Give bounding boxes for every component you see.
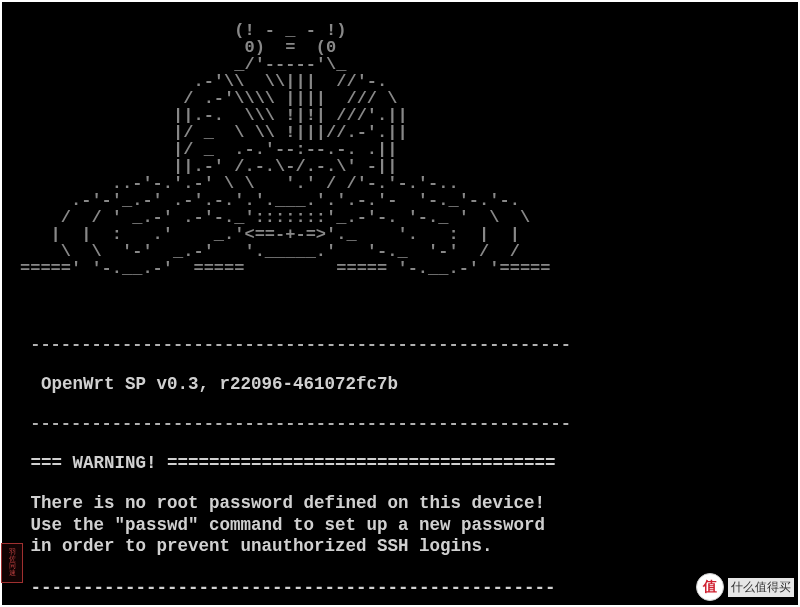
ascii-art-logo: (! - _ - !) 0) = (0 _/'-----'\_ .-'\\ \\…: [20, 22, 780, 277]
watermark-seal-left: 羽佐同速: [1, 543, 23, 583]
terminal-window[interactable]: (! - _ - !) 0) = (0 _/'-----'\_ .-'\\ \\…: [2, 2, 798, 605]
watermark-brand-right: 值 什么值得买: [696, 573, 794, 601]
divider-bottom: ----------------------------------------…: [20, 414, 780, 434]
warning-body: There is no root password defined on thi…: [20, 493, 780, 559]
version-line: OpenWrt SP v0.3, r22096-461072fc7b: [20, 374, 780, 394]
warning-footer: ----------------------------------------…: [20, 578, 780, 598]
divider-top: ----------------------------------------…: [20, 335, 780, 355]
watermark-brand-text: 什么值得买: [728, 578, 794, 597]
watermark-badge-icon: 值: [696, 573, 724, 601]
blank-line: [20, 296, 780, 316]
warning-header: === WARNING! ===========================…: [20, 453, 780, 473]
